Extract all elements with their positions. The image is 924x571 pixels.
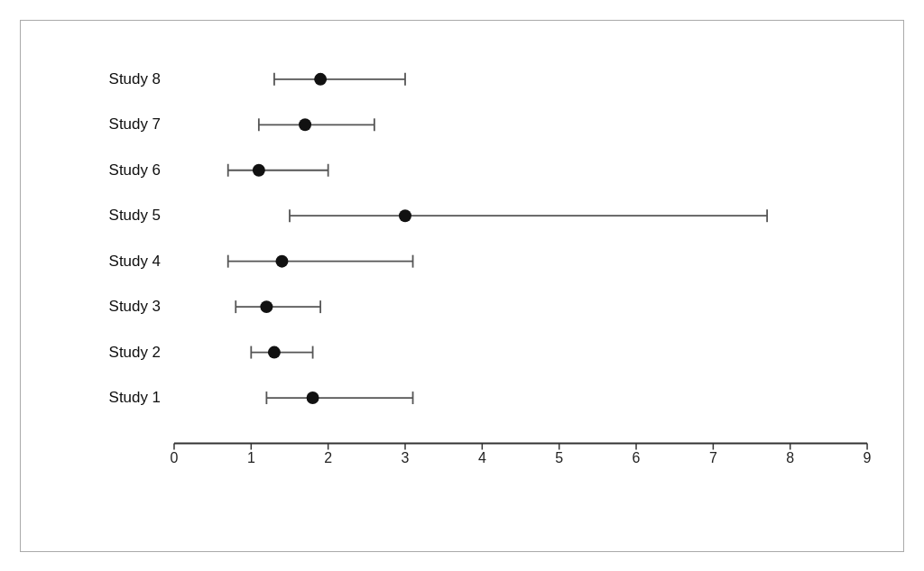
- svg-point-34: [253, 163, 265, 176]
- svg-point-59: [307, 391, 319, 404]
- svg-text:4: 4: [478, 450, 486, 465]
- svg-text:6: 6: [633, 450, 641, 465]
- svg-text:7: 7: [709, 450, 717, 465]
- forest-plot-svg: 0123456789Study 8Study 7Study 6Study 5St…: [165, 39, 885, 497]
- svg-text:5: 5: [555, 450, 563, 465]
- svg-point-49: [260, 300, 273, 313]
- svg-point-39: [399, 209, 411, 222]
- svg-text:9: 9: [864, 450, 872, 465]
- svg-text:3: 3: [402, 450, 410, 465]
- svg-text:2: 2: [324, 450, 332, 465]
- svg-text:Study 4: Study 4: [109, 252, 161, 269]
- svg-point-54: [268, 345, 281, 358]
- svg-text:Study 8: Study 8: [109, 69, 161, 87]
- svg-point-44: [275, 254, 288, 267]
- svg-text:Study 1: Study 1: [109, 389, 161, 406]
- chart-container: 0123456789Study 8Study 7Study 6Study 5St…: [20, 20, 904, 552]
- svg-text:Study 5: Study 5: [109, 207, 161, 224]
- svg-text:8: 8: [786, 450, 794, 465]
- svg-point-29: [299, 118, 311, 131]
- svg-text:1: 1: [247, 450, 255, 465]
- svg-point-24: [314, 72, 327, 85]
- svg-text:Study 6: Study 6: [109, 161, 161, 178]
- svg-text:Study 2: Study 2: [109, 343, 161, 360]
- svg-text:0: 0: [171, 450, 179, 465]
- svg-text:Study 3: Study 3: [109, 298, 161, 315]
- svg-text:Study 7: Study 7: [109, 115, 161, 133]
